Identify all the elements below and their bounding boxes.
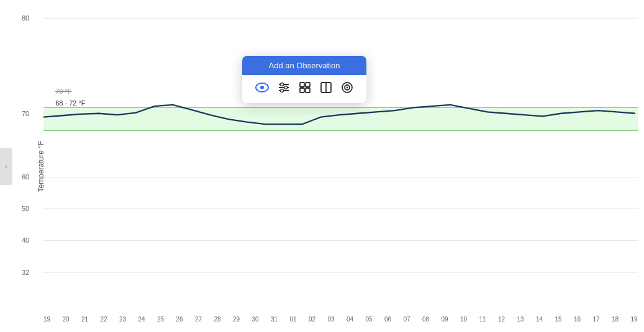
grid-label-40: 40 xyxy=(22,236,29,244)
eye-icon[interactable] xyxy=(255,83,269,96)
sliders-icon[interactable] xyxy=(278,82,290,96)
data-label-70f: 70 °F xyxy=(55,87,71,95)
x-label-13: 01 xyxy=(290,316,297,323)
x-label-8: 27 xyxy=(195,316,202,323)
x-label-28: 16 xyxy=(574,316,581,323)
x-label-30: 18 xyxy=(612,316,619,323)
svg-rect-11 xyxy=(306,88,310,92)
x-label-9: 28 xyxy=(214,316,221,323)
x-label-7: 26 xyxy=(176,316,183,323)
grid-label-32: 32 xyxy=(22,269,29,276)
svg-rect-10 xyxy=(300,88,304,92)
x-label-12: 31 xyxy=(271,316,278,323)
x-label-17: 05 xyxy=(366,316,373,323)
panel-icon[interactable] xyxy=(320,81,332,97)
x-label-3: 22 xyxy=(101,316,107,323)
x-label-22: 10 xyxy=(460,316,467,323)
x-label-21: 09 xyxy=(442,316,448,323)
x-label-27: 15 xyxy=(555,316,562,323)
svg-rect-8 xyxy=(300,83,304,87)
svg-point-16 xyxy=(347,87,348,89)
svg-rect-9 xyxy=(306,83,310,87)
tooltip-icons xyxy=(242,75,366,103)
x-label-15: 03 xyxy=(328,316,335,323)
x-label-20: 08 xyxy=(422,316,429,323)
x-label-16: 04 xyxy=(347,316,353,323)
x-label-6: 25 xyxy=(157,316,164,323)
grid-label-70: 70 xyxy=(22,110,29,117)
chevron-left-icon: ‹ xyxy=(5,162,7,171)
x-label-4: 23 xyxy=(119,316,126,323)
grid-label-80: 80 xyxy=(22,14,29,22)
svg-point-6 xyxy=(284,86,288,89)
x-axis: 19 20 21 22 23 24 25 26 27 28 29 30 31 0… xyxy=(43,316,638,323)
x-label-19: 07 xyxy=(404,316,410,323)
x-label-0: 19 xyxy=(43,316,50,323)
x-label-31: 19 xyxy=(631,316,638,323)
x-label-18: 06 xyxy=(384,316,391,323)
tooltip-popup: Add an Observation xyxy=(242,56,366,103)
x-label-1: 20 xyxy=(63,316,70,323)
data-label-range: 68 - 72 °F xyxy=(55,99,85,107)
x-label-23: 11 xyxy=(479,316,486,323)
target-icon[interactable] xyxy=(341,81,353,97)
x-label-14: 02 xyxy=(309,316,315,323)
tooltip-header: Add an Observation xyxy=(242,56,366,75)
svg-point-1 xyxy=(260,86,264,89)
svg-point-7 xyxy=(281,89,284,92)
grid-label-60: 60 xyxy=(22,173,29,181)
grid-label-50: 50 xyxy=(22,205,29,212)
x-label-29: 17 xyxy=(593,316,600,323)
x-label-10: 29 xyxy=(233,316,240,323)
x-label-2: 21 xyxy=(81,316,88,323)
x-label-5: 24 xyxy=(138,316,145,323)
x-label-26: 14 xyxy=(536,316,543,323)
x-label-11: 30 xyxy=(252,316,259,323)
x-label-25: 13 xyxy=(517,316,524,323)
svg-point-5 xyxy=(281,83,284,86)
x-label-24: 12 xyxy=(498,316,505,323)
sidebar-toggle[interactable]: ‹ xyxy=(0,148,12,185)
chart-container: ‹ Temperature °F 80 70 60 50 40 32 xyxy=(0,0,644,332)
grid-icon[interactable] xyxy=(299,81,311,97)
